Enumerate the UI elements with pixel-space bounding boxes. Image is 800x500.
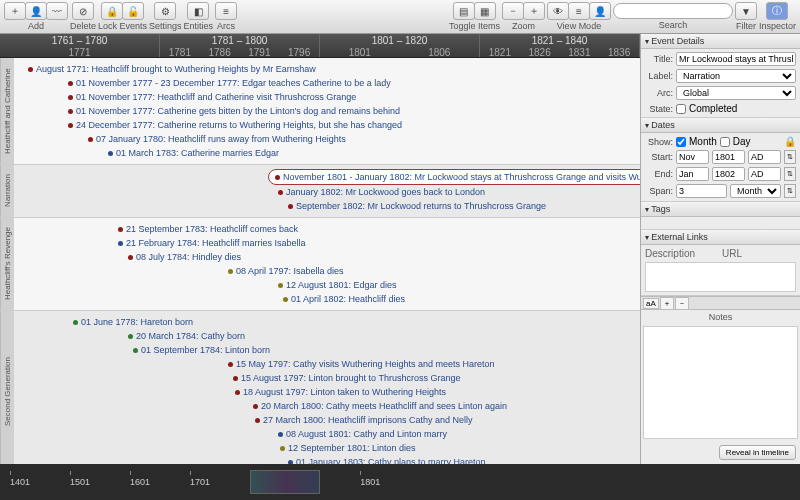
view-2[interactable]: ≡ <box>568 2 590 20</box>
search-input[interactable] <box>613 3 733 19</box>
arcs-button[interactable]: ≡ <box>215 2 237 20</box>
event-item[interactable]: 01 September 1784: Linton born <box>133 343 640 357</box>
del-note-btn[interactable]: － <box>675 297 689 310</box>
event-item[interactable]: September 1802: Mr Lockwood returns to T… <box>288 199 640 213</box>
event-item[interactable]: 01 March 1783: Catherine marries Edgar <box>108 146 640 160</box>
event-item[interactable]: 24 December 1777: Catherine returns to W… <box>68 118 640 132</box>
ext-head[interactable]: External Links <box>641 230 800 245</box>
toggle-label: Toggle Items <box>449 21 500 31</box>
end-month[interactable] <box>676 167 709 181</box>
event-item[interactable]: August 1771: Heathcliff brought to Wuthe… <box>28 62 640 76</box>
toggle-2[interactable]: ▦ <box>474 2 496 20</box>
tracks[interactable]: Heathcliff and CatherineAugust 1771: Hea… <box>0 58 640 464</box>
event-item[interactable]: 15 May 1797: Cathy visits Wuthering Heig… <box>228 357 640 371</box>
overview-year: 1801 <box>360 477 380 487</box>
entities-button[interactable]: ◧ <box>187 2 209 20</box>
span-label: Span: <box>645 186 673 196</box>
event-item[interactable]: November 1801 - January 1802: Mr Lockwoo… <box>268 169 640 185</box>
completed-check[interactable] <box>676 104 686 114</box>
zoom-in-button[interactable]: ＋ <box>523 2 545 20</box>
unlock-button[interactable]: 🔓 <box>122 2 144 20</box>
overview-bar[interactable]: 14011501160117011801 <box>0 464 800 500</box>
event-item[interactable]: 12 August 1801: Edgar dies <box>278 278 640 292</box>
add-note-btn[interactable]: ＋ <box>660 297 674 310</box>
arc-label: Arc: <box>645 88 673 98</box>
event-item[interactable]: 01 April 1802: Heathcliff dies <box>283 292 640 306</box>
track-label: Narration <box>0 165 14 217</box>
lock-icon[interactable]: 🔒 <box>784 136 796 147</box>
viewmode-label: View Mode <box>557 21 601 31</box>
event-item[interactable]: 08 April 1797: Isabella dies <box>228 264 640 278</box>
tags-head[interactable]: Tags <box>641 202 800 217</box>
start-step[interactable]: ⇅ <box>784 150 796 164</box>
event-item[interactable]: 01 January 1803: Cathy plans to marry Ha… <box>288 455 640 464</box>
title-label: Title: <box>645 54 673 64</box>
start-year[interactable] <box>712 150 745 164</box>
ext-links-table[interactable] <box>645 262 796 292</box>
notes-toolbar: aA＋－ <box>641 296 800 310</box>
track-label: Heathcliff's Revenge <box>0 218 14 310</box>
delete-button[interactable]: ⊘ <box>72 2 94 20</box>
event-item[interactable]: 20 March 1784: Cathy born <box>128 329 640 343</box>
start-label: Start: <box>645 152 673 162</box>
add-button[interactable]: ＋ <box>4 2 26 20</box>
zoom-out-button[interactable]: － <box>502 2 524 20</box>
event-item[interactable]: 01 June 1778: Hareton born <box>73 315 640 329</box>
add-label: Add <box>28 21 44 31</box>
add-person-button[interactable]: 👤 <box>25 2 47 20</box>
zoom-label: Zoom <box>512 21 535 31</box>
filter-button[interactable]: ▼ <box>735 2 757 20</box>
search-label: Search <box>659 20 688 30</box>
start-era[interactable] <box>748 150 781 164</box>
arcs-label: Arcs <box>217 21 235 31</box>
toggle-1[interactable]: ▤ <box>453 2 475 20</box>
event-item[interactable]: January 1802: Mr Lockwood goes back to L… <box>278 185 640 199</box>
event-item[interactable]: 08 August 1801: Cathy and Linton marry <box>278 427 640 441</box>
settings-button[interactable]: ⚙ <box>154 2 176 20</box>
start-month[interactable] <box>676 150 709 164</box>
event-item[interactable]: 01 November 1777: Catherine gets bitten … <box>68 104 640 118</box>
event-item[interactable]: 18 August 1797: Linton taken to Wutherin… <box>235 385 640 399</box>
notes-area[interactable] <box>643 326 798 439</box>
end-era[interactable] <box>748 167 781 181</box>
track: NarrationNovember 1801 - January 1802: M… <box>0 165 640 218</box>
add-link-button[interactable]: 〰 <box>46 2 68 20</box>
end-year[interactable] <box>712 167 745 181</box>
view-3[interactable]: 👤 <box>589 2 611 20</box>
state-label: State: <box>645 104 673 114</box>
reveal-button[interactable]: Reveal in timeline <box>719 445 796 460</box>
view-1[interactable]: 👁 <box>547 2 569 20</box>
event-item[interactable]: 21 February 1784: Heathcliff marries Isa… <box>118 236 640 250</box>
delete-label: Delete <box>70 21 96 31</box>
style-btn[interactable]: aA <box>643 298 659 309</box>
lock-label: Lock Events <box>98 21 147 31</box>
event-details-head[interactable]: Event Details <box>641 34 800 49</box>
title-field[interactable] <box>676 52 796 66</box>
inspector-button[interactable]: ⓘ <box>766 2 788 20</box>
month-text: Month <box>689 136 717 147</box>
overview-viewport[interactable] <box>250 470 320 494</box>
month-check[interactable] <box>676 137 686 147</box>
event-item[interactable]: 20 March 1800: Cathy meets Heathcliff an… <box>253 399 640 413</box>
dates-head[interactable]: Dates <box>641 118 800 133</box>
event-item[interactable]: 21 September 1783: Heathcliff comes back <box>118 222 640 236</box>
event-item[interactable]: 01 November 1777: Heathcliff and Catheri… <box>68 90 640 104</box>
day-text: Day <box>733 136 751 147</box>
event-item[interactable]: 12 September 1801: Linton dies <box>280 441 640 455</box>
span-value[interactable] <box>676 184 727 198</box>
day-check[interactable] <box>720 137 730 147</box>
event-item[interactable]: 08 July 1784: Hindley dies <box>128 250 640 264</box>
track: Heathcliff's Revenge21 September 1783: H… <box>0 218 640 311</box>
label-label: Label: <box>645 71 673 81</box>
span-step[interactable]: ⇅ <box>784 184 796 198</box>
span-unit[interactable]: Months <box>730 184 781 198</box>
arc-select[interactable]: Global <box>676 86 796 100</box>
event-item[interactable]: 27 March 1800: Heathcliff imprisons Cath… <box>255 413 640 427</box>
label-select[interactable]: Narration <box>676 69 796 83</box>
event-item[interactable]: 07 January 1780: Heathcliff runs away fr… <box>88 132 640 146</box>
event-item[interactable]: 15 August 1797: Linton brought to Thrush… <box>233 371 640 385</box>
event-item[interactable]: 01 November 1777 - 23 December 1777: Edg… <box>68 76 640 90</box>
end-step[interactable]: ⇅ <box>784 167 796 181</box>
show-label: Show: <box>645 137 673 147</box>
lock-button[interactable]: 🔒 <box>101 2 123 20</box>
